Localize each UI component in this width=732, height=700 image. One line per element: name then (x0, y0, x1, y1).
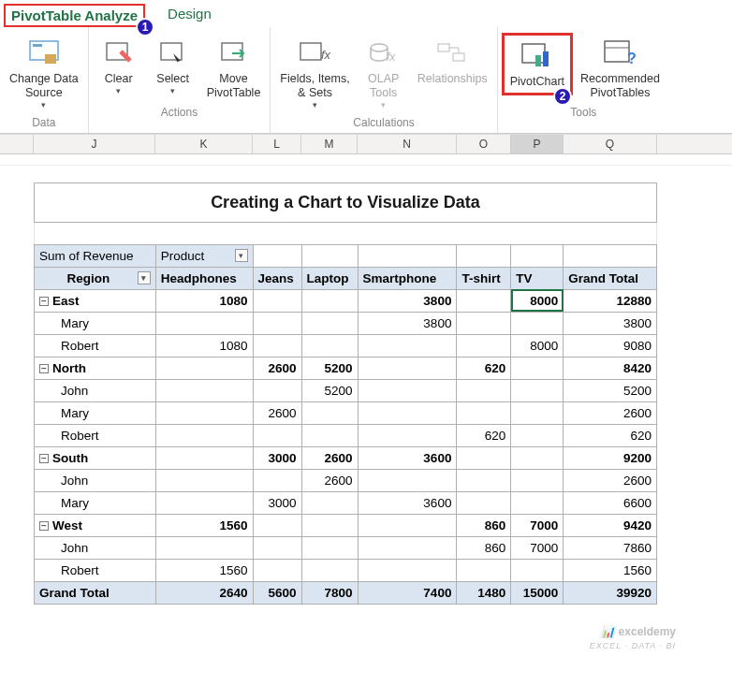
region-field-header[interactable]: Region▾ (35, 267, 156, 289)
page-title: Creating a Chart to Visualize Data (34, 182, 657, 223)
chevron-down-icon: ▾ (313, 100, 317, 110)
recommended-icon: ? (602, 36, 637, 70)
svg-rect-11 (453, 53, 464, 61)
table-row: −East10803800800012880 (35, 289, 657, 312)
svg-text:fx: fx (321, 48, 331, 62)
btn-label: Relationships (417, 72, 488, 86)
col-head-n[interactable]: N (358, 135, 457, 153)
move-pivottable-button[interactable]: Move PivotTable (201, 33, 267, 104)
btn-label: PivotChart (510, 75, 564, 89)
col-head-p[interactable]: P (511, 135, 564, 153)
chevron-down-icon: ▾ (170, 86, 175, 96)
collapse-icon[interactable]: − (39, 521, 49, 531)
olap-tools-button: fx OLAP Tools▾ (358, 33, 410, 114)
dropdown-icon[interactable]: ▾ (235, 249, 248, 262)
chevron-down-icon: ▾ (116, 86, 121, 96)
tab-design[interactable]: Design (162, 4, 217, 27)
btn-label: Recommended PivotTables (580, 72, 660, 100)
btn-label: OLAP Tools (368, 72, 399, 100)
table-row: −North260052006208420 (35, 357, 657, 379)
col-head-m[interactable]: M (301, 135, 358, 153)
group-label: Actions (161, 106, 198, 121)
svg-rect-10 (438, 44, 449, 51)
svg-text:?: ? (627, 51, 637, 66)
group-label: Tools (570, 106, 596, 121)
svg-rect-6 (300, 43, 321, 60)
product-field-header[interactable]: Product▾ (155, 244, 253, 267)
table-row: Mary300036006600 (35, 491, 657, 514)
table-row: Robert108080009080 (35, 334, 657, 357)
svg-rect-1 (33, 44, 42, 47)
sheet-area: Creating a Chart to Visualize Data Sum o… (0, 166, 732, 614)
clear-button[interactable]: Clear▾ (93, 33, 145, 100)
group-actions: Clear▾ Select▾ Move PivotTable Actions (89, 27, 271, 133)
svg-rect-2 (45, 54, 56, 64)
chevron-down-icon: ▾ (41, 100, 46, 110)
svg-text:fx: fx (387, 51, 396, 64)
collapse-icon[interactable]: − (39, 454, 49, 463)
region-south[interactable]: −South (35, 446, 156, 469)
pivotchart-button[interactable]: PivotChart 2 (502, 33, 573, 95)
group-calculations: fx Fields, Items, & Sets▾ fx OLAP Tools▾… (271, 27, 497, 133)
relationships-button: Relationships (412, 33, 493, 90)
tab-label: PivotTable Analyze (11, 7, 138, 23)
dropdown-icon[interactable]: ▾ (138, 271, 151, 284)
table-row: Mary26002600 (35, 401, 657, 424)
col-head-q[interactable]: Q (564, 135, 657, 153)
svg-rect-12 (522, 44, 545, 63)
watermark: 📊 exceldemyEXCEL · DATA · BI (0, 614, 732, 651)
group-data: Change Data Source ▾ Data (0, 27, 89, 133)
collapse-icon[interactable]: − (39, 297, 49, 306)
svg-rect-14 (543, 51, 549, 66)
move-icon (216, 36, 252, 70)
sum-of-revenue-label: Sum of Revenue (35, 244, 156, 267)
col-head-blank[interactable] (0, 135, 34, 153)
table-row: Mary38003800 (35, 312, 657, 334)
select-icon (155, 36, 191, 70)
table-row: John52005200 (35, 379, 657, 401)
table-row: John86070007860 (35, 536, 657, 559)
chevron-down-icon: ▾ (381, 100, 386, 110)
select-button[interactable]: Select▾ (147, 33, 199, 100)
pivotchart-icon (520, 39, 555, 73)
col-head-l[interactable]: L (253, 135, 301, 153)
btn-label: Move PivotTable (207, 72, 261, 100)
fields-icon: fx (298, 36, 333, 70)
grand-total-row: Grand Total26405600780074001480150003992… (35, 581, 657, 604)
btn-label: Select (156, 72, 189, 86)
pivot-table[interactable]: Sum of Revenue Product▾ Region▾ Headphon… (34, 244, 657, 605)
column-headers: J K L M N O P Q (0, 134, 732, 154)
col-head-k[interactable]: K (155, 135, 253, 153)
region-north[interactable]: −North (35, 357, 156, 379)
table-row: Robert620620 (35, 424, 657, 446)
region-east[interactable]: −East (35, 289, 156, 312)
annotation-marker-2: 2 (553, 87, 572, 106)
svg-rect-13 (535, 55, 541, 66)
fields-items-sets-button[interactable]: fx Fields, Items, & Sets▾ (274, 33, 355, 114)
btn-label: Clear (105, 72, 133, 86)
group-label: Calculations (353, 116, 414, 131)
change-data-source-button[interactable]: Change Data Source ▾ (4, 33, 84, 114)
group-label: Data (32, 116, 55, 131)
table-row: −South3000260036009200 (35, 446, 657, 469)
svg-rect-15 (605, 41, 629, 62)
tab-pivottable-analyze[interactable]: PivotTable Analyze 1 (4, 4, 145, 27)
table-row: Robert15601560 (35, 559, 657, 581)
recommended-pivottables-button[interactable]: ? Recommended PivotTables (575, 33, 666, 104)
collapse-icon[interactable]: − (39, 364, 49, 373)
ribbon-tabs: PivotTable Analyze 1 Design (0, 0, 732, 27)
table-row: Region▾ Headphones Jeans Laptop Smartpho… (35, 267, 657, 289)
btn-label: Change Data Source (9, 72, 79, 100)
ribbon: Change Data Source ▾ Data Clear▾ Select▾… (0, 27, 732, 134)
change-data-icon (26, 36, 62, 70)
table-row: Sum of Revenue Product▾ (35, 244, 657, 267)
svg-rect-4 (161, 43, 182, 60)
relationships-icon (434, 36, 470, 70)
region-west[interactable]: −West (35, 514, 156, 536)
selected-cell[interactable]: 8000 (511, 289, 564, 312)
col-head-j[interactable]: J (34, 135, 155, 153)
btn-label: Fields, Items, & Sets (280, 72, 349, 100)
group-tools: PivotChart 2 ? Recommended PivotTables T… (498, 27, 669, 133)
olap-icon: fx (366, 36, 402, 70)
col-head-o[interactable]: O (457, 135, 511, 153)
